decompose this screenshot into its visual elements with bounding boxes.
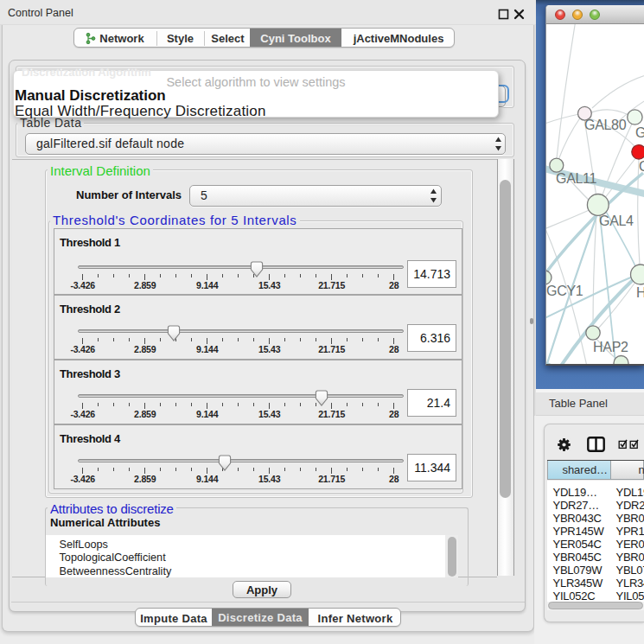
svg-text:GAL80: GAL80 [584, 118, 627, 132]
svg-text:GAL4: GAL4 [599, 214, 634, 228]
svg-text:HAP2: HAP2 [593, 340, 628, 354]
svg-text:C: C [639, 159, 644, 174]
svg-text:GCY1: GCY1 [546, 284, 583, 298]
svg-text:GAL11: GAL11 [556, 171, 597, 186]
svg-text:H: H [636, 285, 644, 300]
svg-text:GA: GA [635, 125, 644, 140]
